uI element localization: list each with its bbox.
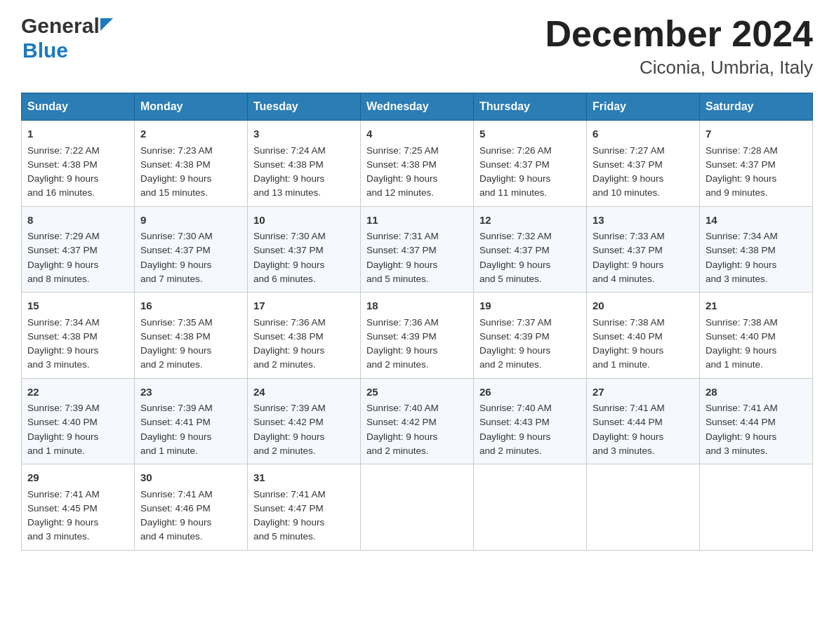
daylight-text-2: and 2 minutes. xyxy=(366,445,429,456)
calendar-cell xyxy=(474,464,587,551)
daylight-text: Daylight: 9 hours xyxy=(366,345,437,356)
sunrise-text: Sunrise: 7:22 AM xyxy=(27,145,100,156)
daylight-text-2: and 12 minutes. xyxy=(366,187,434,198)
sunset-text: Sunset: 4:37 PM xyxy=(479,245,550,255)
daylight-text-2: and 3 minutes. xyxy=(706,445,768,456)
daylight-text-2: and 3 minutes. xyxy=(27,359,90,370)
sunrise-text: Sunrise: 7:31 AM xyxy=(366,231,439,241)
calendar-cell: 6Sunrise: 7:27 AMSunset: 4:37 PMDaylight… xyxy=(587,121,700,207)
calendar-cell: 24Sunrise: 7:39 AMSunset: 4:42 PMDayligh… xyxy=(248,378,361,464)
calendar-cell: 31Sunrise: 7:41 AMSunset: 4:47 PMDayligh… xyxy=(248,464,361,551)
calendar-cell: 7Sunrise: 7:28 AMSunset: 4:37 PMDaylight… xyxy=(700,121,813,207)
daylight-text: Daylight: 9 hours xyxy=(479,260,550,270)
col-sunday: Sunday xyxy=(22,93,135,121)
calendar-cell xyxy=(700,464,813,551)
sunset-text: Sunset: 4:37 PM xyxy=(593,245,663,255)
calendar-week-row: 22Sunrise: 7:39 AMSunset: 4:40 PMDayligh… xyxy=(22,378,813,464)
daylight-text: Daylight: 9 hours xyxy=(593,345,663,356)
sunset-text: Sunset: 4:37 PM xyxy=(479,159,550,170)
sunset-text: Sunset: 4:46 PM xyxy=(140,503,211,514)
daylight-text: Daylight: 9 hours xyxy=(140,345,211,356)
sunset-text: Sunset: 4:40 PM xyxy=(706,331,776,342)
daylight-text-2: and 13 minutes. xyxy=(253,187,321,198)
sunrise-text: Sunrise: 7:30 AM xyxy=(140,231,213,241)
sunrise-text: Sunrise: 7:27 AM xyxy=(593,145,665,156)
daylight-text-2: and 2 minutes. xyxy=(140,359,203,370)
sunset-text: Sunset: 4:38 PM xyxy=(27,159,98,170)
sunset-text: Sunset: 4:40 PM xyxy=(593,331,663,342)
sunset-text: Sunset: 4:37 PM xyxy=(253,245,324,255)
col-wednesday: Wednesday xyxy=(361,93,474,121)
page-subtitle: Ciconia, Umbria, Italy xyxy=(545,57,813,79)
day-number: 30 xyxy=(140,470,241,486)
daylight-text-2: and 1 minute. xyxy=(27,445,85,456)
daylight-text: Daylight: 9 hours xyxy=(366,431,437,442)
logo-icon xyxy=(100,18,113,31)
daylight-text-2: and 5 minutes. xyxy=(253,531,316,542)
sunset-text: Sunset: 4:39 PM xyxy=(479,331,550,342)
day-number: 25 xyxy=(366,384,468,401)
daylight-text: Daylight: 9 hours xyxy=(27,517,98,528)
sunrise-text: Sunrise: 7:41 AM xyxy=(253,489,326,499)
day-number: 3 xyxy=(253,126,355,142)
calendar-cell: 17Sunrise: 7:36 AMSunset: 4:38 PMDayligh… xyxy=(248,293,361,379)
calendar-cell: 25Sunrise: 7:40 AMSunset: 4:42 PMDayligh… xyxy=(361,378,474,464)
daylight-text: Daylight: 9 hours xyxy=(706,260,776,270)
sunset-text: Sunset: 4:37 PM xyxy=(706,159,776,170)
sunrise-text: Sunrise: 7:41 AM xyxy=(593,403,665,413)
sunset-text: Sunset: 4:44 PM xyxy=(593,417,663,427)
sunrise-text: Sunrise: 7:35 AM xyxy=(140,317,213,328)
sunrise-text: Sunrise: 7:41 AM xyxy=(140,489,213,499)
page-header: General Blue December 2024 Ciconia, Umbr… xyxy=(21,14,813,79)
day-number: 15 xyxy=(27,298,128,314)
daylight-text: Daylight: 9 hours xyxy=(27,260,98,270)
day-number: 2 xyxy=(140,126,241,142)
daylight-text-2: and 3 minutes. xyxy=(27,531,90,542)
sunset-text: Sunset: 4:38 PM xyxy=(140,159,211,170)
daylight-text: Daylight: 9 hours xyxy=(140,173,211,184)
daylight-text: Daylight: 9 hours xyxy=(593,260,663,270)
col-tuesday: Tuesday xyxy=(248,93,361,121)
sunset-text: Sunset: 4:44 PM xyxy=(706,417,776,427)
daylight-text-2: and 2 minutes. xyxy=(253,445,316,456)
sunrise-text: Sunrise: 7:33 AM xyxy=(593,231,665,241)
daylight-text: Daylight: 9 hours xyxy=(27,173,98,184)
daylight-text-2: and 3 minutes. xyxy=(706,274,768,284)
daylight-text: Daylight: 9 hours xyxy=(366,260,437,270)
logo-general-text: General xyxy=(21,14,100,39)
sunset-text: Sunset: 4:38 PM xyxy=(253,159,324,170)
day-number: 20 xyxy=(593,298,694,314)
daylight-text-2: and 6 minutes. xyxy=(253,274,316,284)
daylight-text: Daylight: 9 hours xyxy=(253,345,324,356)
daylight-text-2: and 2 minutes. xyxy=(366,359,429,370)
sunset-text: Sunset: 4:38 PM xyxy=(253,331,324,342)
daylight-text-2: and 10 minutes. xyxy=(593,187,660,198)
sunset-text: Sunset: 4:41 PM xyxy=(140,417,211,427)
daylight-text: Daylight: 9 hours xyxy=(140,260,211,270)
sunset-text: Sunset: 4:45 PM xyxy=(27,503,98,514)
day-number: 31 xyxy=(253,470,355,486)
day-number: 9 xyxy=(140,213,241,229)
calendar-week-row: 1Sunrise: 7:22 AMSunset: 4:38 PMDaylight… xyxy=(22,121,813,207)
daylight-text: Daylight: 9 hours xyxy=(479,173,550,184)
calendar-cell: 10Sunrise: 7:30 AMSunset: 4:37 PMDayligh… xyxy=(248,206,361,293)
day-number: 5 xyxy=(479,126,581,142)
calendar-cell: 20Sunrise: 7:38 AMSunset: 4:40 PMDayligh… xyxy=(587,293,700,379)
calendar-cell: 2Sunrise: 7:23 AMSunset: 4:38 PMDaylight… xyxy=(135,121,248,207)
sunset-text: Sunset: 4:40 PM xyxy=(27,417,98,427)
daylight-text: Daylight: 9 hours xyxy=(706,345,776,356)
calendar-cell: 27Sunrise: 7:41 AMSunset: 4:44 PMDayligh… xyxy=(587,378,700,464)
calendar-cell: 11Sunrise: 7:31 AMSunset: 4:37 PMDayligh… xyxy=(361,206,474,293)
sunrise-text: Sunrise: 7:37 AM xyxy=(479,317,552,328)
day-number: 29 xyxy=(27,470,128,486)
sunrise-text: Sunrise: 7:41 AM xyxy=(27,489,100,499)
calendar-cell: 8Sunrise: 7:29 AMSunset: 4:37 PMDaylight… xyxy=(22,206,135,293)
sunset-text: Sunset: 4:37 PM xyxy=(366,245,437,255)
daylight-text: Daylight: 9 hours xyxy=(140,431,211,442)
daylight-text-2: and 4 minutes. xyxy=(593,274,655,284)
calendar-cell: 18Sunrise: 7:36 AMSunset: 4:39 PMDayligh… xyxy=(361,293,474,379)
calendar-week-row: 8Sunrise: 7:29 AMSunset: 4:37 PMDaylight… xyxy=(22,206,813,293)
sunset-text: Sunset: 4:47 PM xyxy=(253,503,324,514)
daylight-text: Daylight: 9 hours xyxy=(479,431,550,442)
sunset-text: Sunset: 4:37 PM xyxy=(140,245,211,255)
